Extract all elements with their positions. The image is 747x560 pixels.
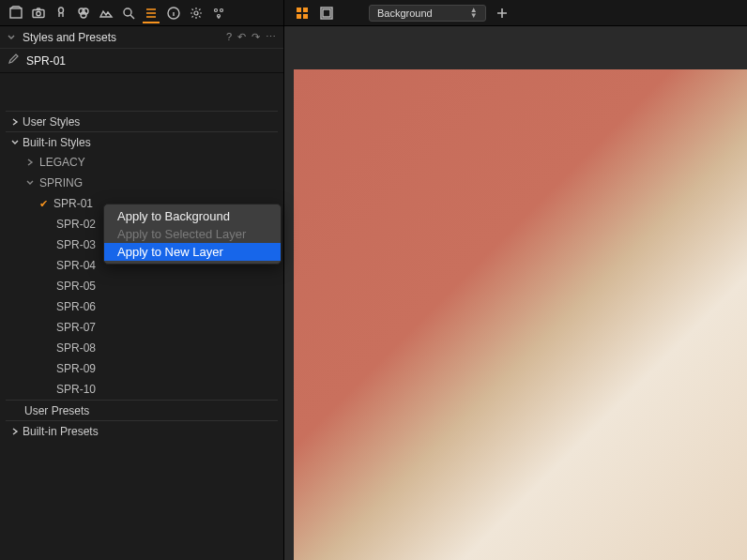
adjustments-icon[interactable]: [210, 5, 227, 22]
tree-label: SPR-09: [56, 362, 96, 375]
dropdown-arrows-icon: ▲▼: [470, 8, 478, 19]
undo-icon[interactable]: ↶: [237, 31, 246, 43]
svg-point-2: [37, 11, 40, 15]
tree-label: SPR-07: [56, 321, 96, 334]
tree-label: SPRING: [39, 176, 83, 189]
svg-point-12: [194, 11, 198, 15]
chevron-down-icon[interactable]: [8, 31, 17, 44]
tree-spring[interactable]: SPRING: [6, 173, 278, 193]
tree-builtin-styles[interactable]: Built-in Styles: [6, 131, 278, 152]
single-view-icon[interactable]: [318, 5, 335, 22]
add-layer-icon[interactable]: [494, 5, 511, 22]
panel-header: Styles and Presets ? ↶ ↷ ⋯: [0, 26, 283, 49]
tree-label: Built-in Styles: [23, 136, 91, 149]
svg-rect-19: [303, 14, 308, 19]
sidebar: Styles and Presets ? ↶ ↷ ⋯ SPR-01 User S…: [0, 0, 284, 560]
tree-item-spr-06[interactable]: SPR-06: [6, 296, 278, 317]
gear-icon[interactable]: [188, 5, 205, 22]
tree-label: SPR-04: [56, 259, 96, 272]
svg-rect-17: [303, 8, 308, 12]
svg-point-13: [215, 8, 218, 11]
chevron-right-icon: [11, 425, 19, 438]
menu-apply-background[interactable]: Apply to Background: [104, 207, 281, 225]
context-menu: Apply to Background Apply to Selected La…: [103, 204, 282, 265]
tree-item-spr-07[interactable]: SPR-07: [6, 317, 278, 338]
svg-rect-0: [10, 8, 22, 18]
tree-label: SPR-02: [56, 218, 96, 231]
chevron-right-icon: [11, 115, 19, 129]
svg-point-3: [59, 8, 64, 13]
svg-rect-18: [297, 14, 301, 19]
chevron-down-icon: [24, 179, 36, 187]
menu-item-label: Apply to Background: [117, 209, 230, 223]
redo-icon[interactable]: ↷: [252, 31, 260, 43]
tree-label: SPR-06: [56, 300, 96, 313]
chevron-down-icon: [11, 136, 19, 149]
menu-apply-new-layer[interactable]: Apply to New Layer: [104, 243, 281, 261]
selected-style-row: SPR-01: [0, 49, 283, 73]
panel-title: Styles and Presets: [23, 31, 221, 44]
layer-select-label: Background: [377, 8, 433, 19]
menu-item-label: Apply to Selected Layer: [117, 227, 246, 241]
main-area: Background ▲▼: [284, 0, 747, 560]
lens-icon[interactable]: [53, 5, 69, 22]
help-icon[interactable]: ?: [226, 31, 232, 43]
svg-point-14: [221, 8, 223, 11]
tool-toolbar: [0, 0, 283, 26]
more-icon[interactable]: ⋯: [266, 31, 276, 43]
tree-label: User Styles: [23, 115, 80, 129]
exposure-icon[interactable]: [98, 5, 114, 22]
menu-apply-selected-layer: Apply to Selected Layer: [104, 225, 281, 243]
tree-legacy[interactable]: LEGACY: [6, 152, 278, 173]
tree-builtin-presets[interactable]: Built-in Presets: [6, 420, 278, 441]
tree-label: LEGACY: [39, 156, 85, 169]
styles-icon[interactable]: [143, 7, 160, 23]
menu-item-label: Apply to New Layer: [117, 245, 223, 259]
camera-icon[interactable]: [30, 5, 47, 22]
image-preview: [294, 69, 747, 560]
tree-label: Built-in Presets: [23, 425, 99, 438]
image-viewer[interactable]: [284, 26, 747, 560]
tree-user-styles[interactable]: User Styles: [6, 111, 278, 131]
tree-label: SPR-01: [53, 197, 93, 210]
svg-rect-21: [323, 9, 330, 17]
grid-view-icon[interactable]: [294, 5, 311, 22]
chevron-right-icon: [24, 159, 36, 166]
main-toolbar: Background ▲▼: [284, 0, 747, 26]
pencil-icon[interactable]: [8, 53, 19, 68]
svg-rect-16: [297, 8, 301, 12]
search-icon[interactable]: [120, 5, 137, 22]
tree-item-spr-10[interactable]: SPR-10: [6, 379, 278, 400]
svg-point-7: [124, 8, 131, 16]
tree-label: SPR-10: [56, 383, 96, 396]
tree-label: SPR-08: [56, 341, 96, 355]
tree-item-spr-09[interactable]: SPR-09: [6, 358, 278, 379]
info-icon[interactable]: [165, 5, 182, 22]
tree-label: SPR-03: [56, 238, 96, 251]
tree-user-presets[interactable]: User Presets: [6, 400, 278, 420]
tree-label: User Presets: [24, 404, 89, 417]
library-icon[interactable]: [8, 5, 24, 22]
tree-label: SPR-05: [56, 280, 96, 293]
check-icon: ✔: [39, 198, 48, 210]
tree-item-spr-05[interactable]: SPR-05: [6, 276, 278, 296]
color-icon[interactable]: [75, 5, 92, 22]
selected-style-label: SPR-01: [26, 54, 66, 68]
styles-tree: User Styles Built-in Styles LEGACY SPRIN…: [0, 111, 283, 560]
layer-select[interactable]: Background ▲▼: [369, 5, 486, 22]
tree-item-spr-08[interactable]: SPR-08: [6, 338, 278, 358]
